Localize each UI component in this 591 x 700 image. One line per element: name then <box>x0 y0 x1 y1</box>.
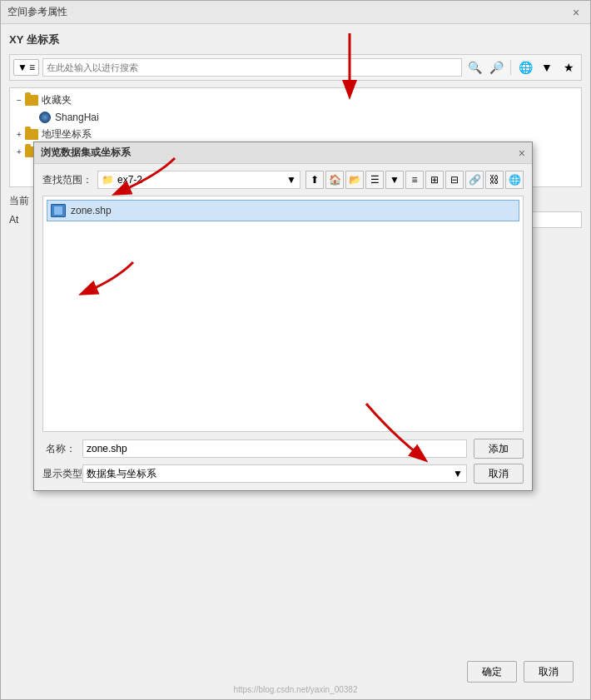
lookin-toolbar: ⬆ 🏠 📂 ☰ ▼ ≡ ⊞ <box>305 171 524 189</box>
browse-dialog: 浏览数据集或坐标系 × 查找范围： 📁 ex7-2 ▼ ⬆ 🏠 <box>33 141 533 491</box>
details-button[interactable]: ≡ <box>405 171 424 189</box>
name-input[interactable] <box>82 439 467 458</box>
find-icon: 🔎 <box>489 61 504 74</box>
type-row: 显示类型： 数据集与坐标系 ▼ 取消 <box>42 464 524 484</box>
browse-title: 浏览数据集或坐标系 <box>41 146 131 160</box>
list-view-button[interactable]: ☰ <box>365 171 384 189</box>
star-button[interactable]: ★ <box>559 58 578 77</box>
new-folder-icon: 📂 <box>349 174 361 186</box>
tree-label-favorites: 收藏夹 <box>42 93 72 107</box>
link-button2[interactable]: ⛓ <box>485 171 504 189</box>
view-dropdown-icon: ▼ <box>390 174 400 186</box>
lookin-label: 查找范围： <box>42 173 92 187</box>
globe-icon-shanghai <box>38 111 52 124</box>
expand-shanghai <box>27 112 38 123</box>
bottom-buttons: 确定 取消 <box>467 661 574 683</box>
link-button1[interactable]: 🔗 <box>465 171 484 189</box>
filter-icon: ▼ <box>17 62 27 73</box>
tree-item-geo[interactable]: + 地理坐标系 <box>13 126 578 143</box>
search-input[interactable] <box>42 58 462 77</box>
view-dropdown-button[interactable]: ▼ <box>385 171 404 189</box>
xy-section-label: XY 坐标系 <box>9 32 582 47</box>
up-button[interactable]: ⬆ <box>305 171 324 189</box>
details-icon: ≡ <box>411 174 417 186</box>
name-label: 名称： <box>42 442 76 456</box>
connect-button1[interactable]: ⊞ <box>425 171 444 189</box>
filter-label: ≡ <box>29 62 35 73</box>
tree-label-shanghai: ShangHai <box>55 112 99 123</box>
add-button[interactable]: 添加 <box>474 439 524 459</box>
browse-titlebar: 浏览数据集或坐标系 × <box>34 142 532 164</box>
file-list-area[interactable]: zone.shp <box>42 196 524 432</box>
link-button3[interactable]: 🌐 <box>505 171 524 189</box>
folder-icon-favorites <box>25 94 38 107</box>
lookin-chevron: ▼ <box>286 174 296 186</box>
lookin-value: ex7-2 <box>117 174 286 186</box>
file-item-zone-shp[interactable]: zone.shp <box>47 200 519 221</box>
list-icon: ☰ <box>370 174 380 186</box>
outer-close-button[interactable]: × <box>569 5 584 20</box>
chevron-down-icon: ▼ <box>541 61 553 74</box>
up-icon: ⬆ <box>310 174 319 186</box>
dropdown-button[interactable]: ▼ <box>538 58 556 77</box>
tree-item-shanghai[interactable]: ShangHai <box>13 109 578 126</box>
at-label: At <box>9 214 34 226</box>
lookin-dropdown[interactable]: 📁 ex7-2 ▼ <box>97 171 300 189</box>
lookin-row: 查找范围： 📁 ex7-2 ▼ ⬆ 🏠 📂 <box>42 171 524 189</box>
star-icon: ★ <box>564 61 574 74</box>
globe-button[interactable]: 🌐 <box>516 58 534 77</box>
lookin-folder-icon: 📁 <box>102 174 114 186</box>
home-icon: 🏠 <box>329 174 341 186</box>
link-icon2: ⛓ <box>489 174 499 186</box>
shp-file-icon <box>51 203 66 218</box>
globe-icon: 🌐 <box>519 61 533 74</box>
type-chevron: ▼ <box>453 468 463 479</box>
link-icon3: 🌐 <box>509 174 521 186</box>
browse-close-button[interactable]: × <box>519 146 525 160</box>
expand-proj: + <box>13 146 25 158</box>
outer-cancel-button[interactable]: 取消 <box>524 661 574 683</box>
type-dropdown[interactable]: 数据集与坐标系 ▼ <box>82 464 467 483</box>
connect-icon1: ⊞ <box>430 174 439 186</box>
search-icon: 🔍 <box>468 61 482 74</box>
ok-button[interactable]: 确定 <box>467 661 517 683</box>
connect-button2[interactable]: ⊟ <box>445 171 464 189</box>
connect-icon2: ⊟ <box>450 174 459 186</box>
outer-titlebar: 空间参考属性 × <box>1 1 590 24</box>
home-button[interactable]: 🏠 <box>325 171 344 189</box>
outer-title: 空间参考属性 <box>7 5 67 19</box>
browse-body: 查找范围： 📁 ex7-2 ▼ ⬆ 🏠 📂 <box>34 164 532 490</box>
folder-icon-geo <box>25 128 38 141</box>
name-row: 名称： 添加 <box>42 439 524 459</box>
current-label: 当前 <box>9 194 34 208</box>
expand-geo: + <box>13 129 25 141</box>
link-icon1: 🔗 <box>469 174 481 186</box>
search-button[interactable]: 🔍 <box>465 58 484 77</box>
watermark: https://blog.csdn.net/yaxin_00382 <box>234 685 358 694</box>
tree-item-favorites[interactable]: − 收藏夹 <box>13 92 578 109</box>
separator-1 <box>510 60 511 75</box>
browse-cancel-button[interactable]: 取消 <box>474 464 524 484</box>
file-item-label: zone.shp <box>71 205 112 216</box>
tree-label-geo: 地理坐标系 <box>42 127 92 141</box>
find-button[interactable]: 🔎 <box>487 58 505 77</box>
filter-button[interactable]: ▼ ≡ <box>13 59 39 76</box>
toolbar-row: ▼ ≡ 🔍 🔎 🌐 ▼ ★ <box>9 54 582 81</box>
expand-favorites: − <box>13 95 25 107</box>
new-folder-button[interactable]: 📂 <box>345 171 364 189</box>
type-label: 显示类型： <box>42 467 76 481</box>
type-value: 数据集与坐标系 <box>87 467 156 481</box>
